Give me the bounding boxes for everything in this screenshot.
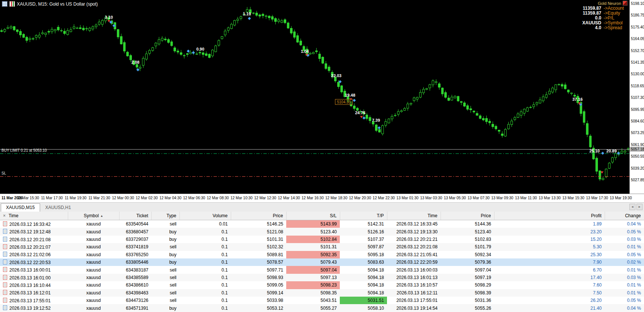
time-tick: 13 Mar 11:30 xyxy=(515,196,537,200)
cell-price: 5053.12 xyxy=(231,304,286,312)
svg-text:5104.33: 5104.33 xyxy=(337,100,351,104)
cell-price2: 5031.36 xyxy=(441,297,494,304)
cell-tp: 5031.51 xyxy=(340,297,387,304)
history-row[interactable]: 2026.03.12 20:21:07xauusd633741819sell0.… xyxy=(0,243,644,251)
column-header-price[interactable]: Price xyxy=(231,212,286,220)
cell-price2: 5097.19 xyxy=(441,274,494,281)
svg-text:1.04: 1.04 xyxy=(301,49,309,54)
svg-text:3.10: 3.10 xyxy=(105,15,113,19)
svg-text:20.89: 20.89 xyxy=(607,149,617,153)
cell-change: 0.04 % xyxy=(605,220,644,228)
cell-ticket: 634383187 xyxy=(119,266,151,273)
cell-tp: 5142.31 xyxy=(340,220,387,228)
cell-change: 0.04 % xyxy=(605,304,644,312)
cell-price2: 5101.79 xyxy=(441,243,494,251)
price-tick: 5164.05 xyxy=(631,37,644,41)
history-row[interactable]: 2026.03.12 21:02:06xauusd633765250buy0.1… xyxy=(0,251,644,258)
order-sell-icon xyxy=(3,290,7,295)
history-row[interactable]: 2026.03.12 19:12:48xauusd633680457buy0.1… xyxy=(0,228,644,235)
cell-time-text: 2026.03.13 19:12:52 xyxy=(9,306,51,311)
column-header-price-close[interactable]: Price xyxy=(441,212,494,220)
time-tick: 12 Mar 14:30 xyxy=(278,196,300,200)
column-header-volume[interactable]: Volume xyxy=(179,212,231,220)
chart-area[interactable]: 3.102.080.901.191.0422.0319.4824.757.393… xyxy=(0,0,644,194)
column-header-s-l[interactable]: S/L xyxy=(286,212,340,220)
tab-scroll-left-icon[interactable]: ◂ xyxy=(629,204,635,210)
cell-profit: 25.30 xyxy=(494,251,605,258)
price-tick: 5084.60 xyxy=(631,119,644,123)
time-tick: 12 Mar 12:30 xyxy=(254,196,276,200)
history-row[interactable]: 2026.03.13 16:12:01xauusd634398463sell0.… xyxy=(0,289,644,297)
cell-time-text: 2026.03.13 17:55:01 xyxy=(9,298,51,303)
cell-tp: 5126.16 xyxy=(340,228,387,235)
column-header-time-close[interactable]: Time xyxy=(387,212,441,220)
history-row[interactable]: 2026.03.13 17:55:01xauusd634473126sell0.… xyxy=(0,297,644,304)
price-scale[interactable]: 5057.18 5198.105186.755175.405164.055152… xyxy=(629,0,644,194)
cell-type: buy xyxy=(151,251,179,258)
cell-sl: 5055.27 xyxy=(286,304,340,312)
cell-change: 0.05 % xyxy=(605,251,644,258)
cell-time2: 2026.03.12 20:21:08 xyxy=(387,243,441,251)
cell-time2: 2026.03.12 20:21:21 xyxy=(387,236,441,243)
cell-tp: 5094.18 xyxy=(340,274,387,281)
cell-type: buy xyxy=(151,236,179,243)
cell-time-text: 2026.03.12 20:21:07 xyxy=(9,245,51,250)
stat-value: 4.0 xyxy=(595,25,601,30)
cell-symbol: xauusd xyxy=(68,297,119,304)
cell-symbol: xauusd xyxy=(68,289,119,297)
column-header-type[interactable]: Type xyxy=(151,212,179,220)
cell-time2: 2026.03.13 17:55:01 xyxy=(387,297,441,304)
history-row[interactable]: 2026.03.13 19:12:52xauusd634571391buy0.1… xyxy=(0,304,644,312)
cell-volume: 0.1 xyxy=(179,236,231,243)
history-row[interactable]: 2026.03.12 22:20:53xauusd633805446buy0.1… xyxy=(0,258,644,266)
history-row[interactable]: 2026.03.13 16:10:44xauusd634386610sell0.… xyxy=(0,281,644,289)
chart-tab-xauusd-m15[interactable]: XAUUSD,M15 xyxy=(1,203,40,212)
cell-profit: 5.30 xyxy=(494,243,605,251)
cell-price2: 5097.04 xyxy=(441,266,494,273)
time-axis[interactable]: 11 Mar 202611 Mar 15:3011 Mar 17:3011 Ma… xyxy=(0,194,644,202)
cell-time: 2026.03.12 20:21:07 xyxy=(0,243,68,251)
cell-sl: 5097.13 xyxy=(286,274,340,281)
column-header-time[interactable]: ×Time xyxy=(0,212,68,220)
column-header-t-p[interactable]: T/P xyxy=(340,212,387,220)
history-row[interactable]: 2026.03.13 16:00:01xauusd634383187sell0.… xyxy=(0,266,644,273)
cell-change: 0.01 % xyxy=(605,266,644,273)
price-tick: 5118.65 xyxy=(631,84,644,88)
time-tick: 12 Mar 00:30 xyxy=(112,196,134,200)
time-tick: 13 Mar 15:30 xyxy=(562,196,584,200)
mt4-window: 3.102.080.901.191.0422.0319.4824.757.393… xyxy=(0,0,644,312)
cell-tp: 5107.37 xyxy=(340,236,387,243)
cell-price: 5121.08 xyxy=(231,228,286,235)
price-tick: 5141.35 xyxy=(631,60,644,64)
cell-profit: 21.40 xyxy=(494,304,605,312)
cell-time: 2026.03.13 19:12:52 xyxy=(0,304,68,312)
column-header-ticket[interactable]: Ticket xyxy=(119,212,151,220)
cell-time2: 2026.03.12 21:05:41 xyxy=(387,251,441,258)
column-header-symbol[interactable]: Symbol▲ xyxy=(68,212,119,220)
table-header-row: ×TimeSymbol▲TicketTypeVolumePriceS/LT/PT… xyxy=(0,212,644,220)
chart-title-bar: XAUUSD, M15: Gold vs US Dollar (spot) xyxy=(2,1,98,7)
order-sell-icon xyxy=(3,244,7,249)
chart-tab-xauusd-h1[interactable]: XAUUSD,H1 xyxy=(40,203,76,212)
cell-profit: 7.60 xyxy=(494,281,605,289)
column-header-change-close[interactable]: Change xyxy=(605,212,644,220)
cell-symbol: xauusd xyxy=(68,274,119,281)
tab-scroll-right-icon[interactable]: ▸ xyxy=(637,204,643,210)
candlestick-chart[interactable]: 3.102.080.901.191.0422.0319.4824.757.393… xyxy=(0,0,630,194)
column-header-profit-close[interactable]: Profit xyxy=(494,212,605,220)
cell-time2: 2026.03.13 19:14:54 xyxy=(387,304,441,312)
cell-tp: 5095.18 xyxy=(340,251,387,258)
cell-time: 2026.03.12 19:12:48 xyxy=(0,228,68,235)
svg-text:24.75: 24.75 xyxy=(355,110,366,115)
trade-profit-labels: 3.102.080.901.191.0422.0319.4824.757.393… xyxy=(105,12,617,154)
cell-price: 5098.93 xyxy=(231,274,286,281)
tab-scroll-buttons: ◂ ▸ xyxy=(629,204,643,210)
history-row[interactable]: 2026.03.12 16:33:42xauusd633540544sell0.… xyxy=(0,220,644,228)
cell-volume: 0.1 xyxy=(179,251,231,258)
cell-volume: 0.1 xyxy=(179,243,231,251)
history-row[interactable]: 2026.03.13 16:01:00xauusd634385589sell0.… xyxy=(0,274,644,281)
svg-text:0.90: 0.90 xyxy=(196,47,204,51)
history-row[interactable]: 2026.03.12 20:21:08xauusd633729037buy0.1… xyxy=(0,236,644,243)
cell-symbol: xauusd xyxy=(68,243,119,251)
close-panel-button[interactable]: × xyxy=(3,213,6,218)
